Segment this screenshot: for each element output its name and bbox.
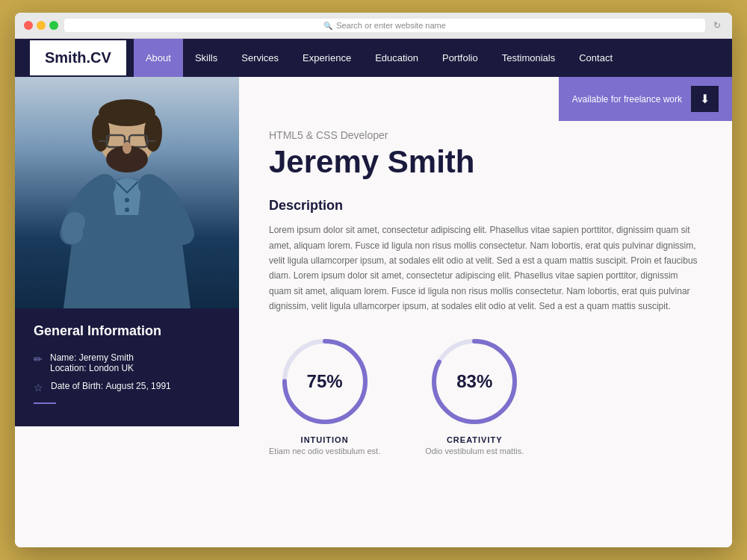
dot-red[interactable] xyxy=(24,21,33,30)
logo[interactable]: Smith.CV xyxy=(30,40,126,75)
browser-dots xyxy=(24,21,58,30)
profile-image xyxy=(15,77,239,308)
name-text: Name: Jeremy Smith Location: London UK xyxy=(50,352,134,373)
right-content: Available for freelance work ⬇ HTML5 & C… xyxy=(239,77,732,547)
browser-chrome: 🔍 Search or enter website name ↻ xyxy=(15,13,732,39)
freelance-badge[interactable]: Available for freelance work ⬇ xyxy=(559,77,732,121)
skill-intuition: 75% INTUITION Etiam nec odio vestibulum … xyxy=(269,337,380,455)
nav-item-about[interactable]: About xyxy=(134,39,183,77)
intuition-sublabel: Etiam nec odio vestibulum est. xyxy=(269,447,380,455)
address-text: Search or enter website name xyxy=(336,21,446,30)
nav-item-portfolio[interactable]: Portfolio xyxy=(430,39,490,77)
location-value: London UK xyxy=(89,363,134,373)
person-silhouette xyxy=(30,84,224,308)
nav-item-contact[interactable]: Contact xyxy=(567,39,624,77)
circle-intuition: 75% xyxy=(280,337,370,426)
dob-value: August 25, 1991 xyxy=(105,381,170,391)
name-info-item: ✏ Name: Jeremy Smith Location: London UK xyxy=(34,352,220,373)
skill-creativity: 83% CREATIVITY Odio vestibulum est matti… xyxy=(425,337,524,455)
dob-info-item: ☆ Date of Birth: August 25, 1991 xyxy=(34,381,220,393)
dot-yellow[interactable] xyxy=(37,21,46,30)
refresh-icon[interactable]: ↻ xyxy=(711,19,723,31)
hero-name: Jeremy Smith xyxy=(269,145,702,179)
nav-item-experience[interactable]: Experience xyxy=(291,39,363,77)
general-info-panel: General Information ✏ Name: Jeremy Smith… xyxy=(15,308,239,426)
svg-point-11 xyxy=(123,142,131,154)
address-bar[interactable]: 🔍 Search or enter website name xyxy=(64,19,705,32)
nav-item-testimonials[interactable]: Testimonials xyxy=(490,39,568,77)
dot-green[interactable] xyxy=(49,21,58,30)
hero-subtitle: HTML5 & CSS Developer xyxy=(269,129,702,141)
dob-text: Date of Birth: August 25, 1991 xyxy=(51,381,171,391)
nav-items: About Skills Services Experience Educati… xyxy=(134,39,624,77)
star-icon: ☆ xyxy=(34,382,43,393)
skills-row: 75% INTUITION Etiam nec odio vestibulum … xyxy=(269,337,702,455)
name-value: Jeremy Smith xyxy=(79,352,134,363)
svg-point-12 xyxy=(125,198,129,202)
nav-item-services[interactable]: Services xyxy=(229,39,291,77)
intuition-label: INTUITION xyxy=(301,435,349,444)
creativity-sublabel: Odio vestibulum est mattis. xyxy=(425,447,524,455)
freelance-text: Available for freelance work xyxy=(572,94,682,105)
general-info-title: General Information xyxy=(34,323,220,339)
edit-icon: ✏ xyxy=(34,353,43,365)
sidebar: General Information ✏ Name: Jeremy Smith… xyxy=(15,77,239,547)
creativity-percent: 83% xyxy=(456,371,492,392)
svg-point-13 xyxy=(125,208,129,212)
download-button[interactable]: ⬇ xyxy=(691,86,719,112)
intuition-percent: 75% xyxy=(307,371,343,392)
nav-item-skills[interactable]: Skills xyxy=(183,39,229,77)
info-divider xyxy=(34,402,56,404)
browser-window: 🔍 Search or enter website name ↻ Smith.C… xyxy=(15,13,732,547)
nav-item-education[interactable]: Education xyxy=(363,39,430,77)
description-text: Lorem ipsum dolor sit amet, consectetur … xyxy=(269,223,702,314)
creativity-label: CREATIVITY xyxy=(447,435,503,444)
nav-bar: Smith.CV About Skills Services Experienc… xyxy=(15,39,732,77)
description-title: Description xyxy=(269,198,702,214)
circle-creativity: 83% xyxy=(430,337,519,426)
download-icon: ⬇ xyxy=(700,92,710,106)
main-content: General Information ✏ Name: Jeremy Smith… xyxy=(15,77,732,547)
